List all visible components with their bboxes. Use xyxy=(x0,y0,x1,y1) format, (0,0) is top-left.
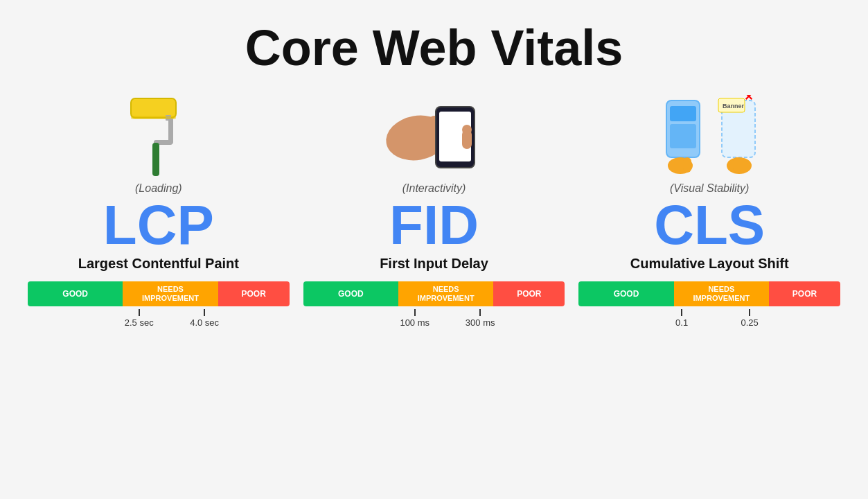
fid-ticks: 100 ms 300 ms xyxy=(303,309,565,330)
svg-rect-17 xyxy=(670,124,696,148)
fid-bar-container: GOOD NEEDSIMPROVEMENT POOR 100 ms 300 ms xyxy=(303,281,565,330)
lcp-needs-segment: NEEDSIMPROVEMENT xyxy=(123,281,218,306)
cls-needs-segment: NEEDSIMPROVEMENT xyxy=(674,281,769,306)
lcp-marker-1: 2.5 sec xyxy=(125,317,154,328)
lcp-tick-line-2 xyxy=(204,309,205,316)
cls-poor-segment: POOR xyxy=(769,281,840,306)
fid-marker-1: 100 ms xyxy=(400,317,429,328)
lcp-card: (Loading) LCP Largest Contentful Paint G… xyxy=(28,89,290,330)
cls-bar-container: GOOD NEEDSIMPROVEMENT POOR 0.1 0.25 xyxy=(578,281,840,330)
lcp-category: (Loading) xyxy=(135,182,182,195)
cls-card: Banner ✕ (Visual Stability) CLS Cumulati… xyxy=(578,89,840,330)
fid-needs-segment: NEEDSIMPROVEMENT xyxy=(398,281,493,306)
fid-tick-line-2 xyxy=(479,309,481,316)
cls-marker-1: 0.1 xyxy=(675,317,688,328)
lcp-icon-area xyxy=(127,89,190,180)
svg-rect-19 xyxy=(683,157,691,173)
lcp-tick-line-1 xyxy=(139,309,140,316)
fid-acronym: FID xyxy=(389,198,479,253)
fid-icon-area xyxy=(379,89,490,180)
svg-point-14 xyxy=(462,125,472,134)
cls-tick-line-2 xyxy=(749,309,750,316)
lcp-tick-1: 2.5 sec xyxy=(125,309,154,328)
cls-tick-line-1 xyxy=(681,309,682,316)
fid-name: First Input Delay xyxy=(380,256,488,272)
page-title: Core Web Vitals xyxy=(245,21,623,76)
fid-tick-1: 100 ms xyxy=(400,309,429,328)
lcp-bar: GOOD NEEDSIMPROVEMENT POOR xyxy=(28,281,290,306)
cls-category: (Visual Stability) xyxy=(670,182,749,195)
cls-tick-2: 0.25 xyxy=(741,309,759,328)
cls-good-segment: GOOD xyxy=(578,281,673,306)
phone-touch-icon xyxy=(379,96,490,173)
metrics-container: (Loading) LCP Largest Contentful Paint G… xyxy=(28,89,840,330)
cls-acronym: CLS xyxy=(654,198,765,253)
fid-tick-2: 300 ms xyxy=(466,309,495,328)
lcp-bar-container: GOOD NEEDSIMPROVEMENT POOR 2.5 sec 4.0 s… xyxy=(28,281,290,330)
cls-icon-area: Banner ✕ xyxy=(659,89,760,180)
lcp-poor-segment: POOR xyxy=(218,281,290,306)
svg-text:Banner: Banner xyxy=(723,103,745,110)
fid-good-segment: GOOD xyxy=(303,281,398,306)
svg-rect-0 xyxy=(131,98,176,118)
lcp-acronym: LCP xyxy=(103,198,214,253)
lcp-name: Largest Contentful Paint xyxy=(78,256,239,272)
fid-card: (Interactivity) FID First Input Delay GO… xyxy=(303,89,565,330)
fid-marker-2: 300 ms xyxy=(466,317,495,328)
cls-bar: GOOD NEEDSIMPROVEMENT POOR xyxy=(578,281,840,306)
lcp-marker-2: 4.0 sec xyxy=(190,317,219,328)
svg-rect-16 xyxy=(670,106,696,121)
fid-poor-segment: POOR xyxy=(493,281,565,306)
lcp-good-segment: GOOD xyxy=(28,281,123,306)
lcp-ticks: 2.5 sec 4.0 sec xyxy=(28,309,290,330)
lcp-tick-2: 4.0 sec xyxy=(190,309,219,328)
paint-roller-icon xyxy=(127,93,190,176)
fid-tick-line-1 xyxy=(414,309,416,316)
fid-bar: GOOD NEEDSIMPROVEMENT POOR xyxy=(303,281,565,306)
svg-rect-6 xyxy=(131,116,176,119)
cls-name: Cumulative Layout Shift xyxy=(630,256,789,272)
svg-text:✕: ✕ xyxy=(744,95,753,103)
svg-rect-25 xyxy=(733,157,741,173)
cls-tick-1: 0.1 xyxy=(675,309,688,328)
cls-marker-2: 0.25 xyxy=(741,317,759,328)
cls-ticks: 0.1 0.25 xyxy=(578,309,840,330)
fid-category: (Interactivity) xyxy=(402,182,466,195)
svg-rect-5 xyxy=(152,143,159,176)
layout-shift-icon: Banner ✕ xyxy=(659,95,760,175)
